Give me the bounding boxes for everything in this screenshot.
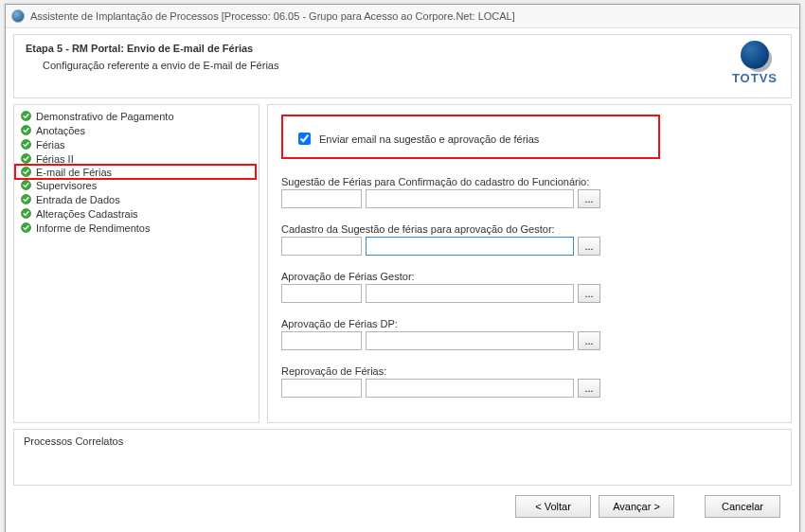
lookup-button[interactable]: ... xyxy=(578,379,600,398)
sidebar-item[interactable]: Férias xyxy=(18,137,255,151)
desc-input[interactable] xyxy=(366,189,574,208)
check-circle-icon xyxy=(20,110,32,122)
logo-text: TOTVS xyxy=(732,71,778,85)
sidebar-item[interactable]: Anotações xyxy=(18,123,255,137)
sidebar-item-label: Demonstrativo de Pagamento xyxy=(36,111,174,122)
field-group: Aprovação de Férias DP:... xyxy=(281,318,778,350)
check-circle-icon xyxy=(20,193,32,205)
back-button[interactable]: < Voltar xyxy=(515,495,591,518)
field-label: Reprovação de Férias: xyxy=(281,365,778,377)
code-input[interactable] xyxy=(281,331,362,350)
check-circle-icon xyxy=(20,222,32,234)
check-circle-icon xyxy=(20,179,32,191)
sidebar-item[interactable]: Alterações Cadastrais xyxy=(18,206,255,221)
field-row: ... xyxy=(281,237,778,256)
step-subtitle: Configuração referente a envio de E-mail… xyxy=(43,60,779,71)
related-processes-title: Processos Correlatos xyxy=(24,435,123,447)
sidebar-item[interactable]: Entrada de Dados xyxy=(18,192,255,206)
field-label: Aprovação de Férias DP: xyxy=(281,318,778,329)
cancel-button[interactable]: Cancelar xyxy=(705,495,780,518)
code-input[interactable] xyxy=(281,379,362,398)
code-input[interactable] xyxy=(281,284,362,303)
code-input[interactable] xyxy=(281,189,362,208)
lookup-button[interactable]: ... xyxy=(578,331,600,350)
sidebar-item[interactable]: Informe de Rendimentos xyxy=(18,221,255,235)
sidebar-item[interactable]: Demonstrativo de Pagamento xyxy=(18,109,255,123)
desc-input[interactable] xyxy=(366,331,574,350)
check-circle-icon xyxy=(20,138,32,151)
check-circle-icon xyxy=(20,152,32,165)
sidebar-item-label: E-mail de Férias xyxy=(36,167,112,178)
field-group: Sugestão de Férias para Confirmação do c… xyxy=(281,176,778,208)
lookup-button[interactable]: ... xyxy=(578,189,600,208)
sidebar-item-label: Supervisores xyxy=(36,180,97,191)
desc-input[interactable] xyxy=(366,284,574,303)
app-icon xyxy=(11,9,25,23)
sidebar-item-label: Anotações xyxy=(36,125,85,136)
send-email-checkbox-label: Enviar email na sugestão e aprovação de … xyxy=(319,133,539,145)
related-processes-panel: Processos Correlatos xyxy=(13,429,792,486)
titlebar: Assistente de Implantação de Processos [… xyxy=(6,5,799,28)
field-label: Sugestão de Férias para Confirmação do c… xyxy=(281,176,778,187)
field-row: ... xyxy=(281,284,778,303)
wizard-footer: < Voltar Avançar > Cancelar xyxy=(13,486,792,527)
content-area: Etapa 5 - RM Portal: Envio de E-mail de … xyxy=(6,28,799,532)
field-row: ... xyxy=(281,379,778,398)
step-header-panel: Etapa 5 - RM Portal: Envio de E-mail de … xyxy=(13,34,792,98)
sidebar-item[interactable]: Supervisores xyxy=(18,178,255,192)
field-row: ... xyxy=(281,331,778,350)
desc-input[interactable] xyxy=(366,237,574,256)
code-input[interactable] xyxy=(281,237,362,256)
field-group: Reprovação de Férias:... xyxy=(281,365,778,398)
sidebar-item-label: Informe de Rendimentos xyxy=(36,222,150,234)
check-circle-icon xyxy=(20,166,32,178)
main-panel: Enviar email na sugestão e aprovação de … xyxy=(267,104,792,423)
sidebar-item-label: Entrada de Dados xyxy=(36,194,120,205)
wizard-window: Assistente de Implantação de Processos [… xyxy=(5,4,800,532)
next-button[interactable]: Avançar > xyxy=(599,495,674,518)
field-label: Cadastro da Sugestão de férias para apro… xyxy=(281,223,778,235)
sidebar-item-label: Férias xyxy=(36,139,65,151)
totvs-logo-icon xyxy=(741,41,769,69)
lookup-button[interactable]: ... xyxy=(578,284,600,303)
lookup-button[interactable]: ... xyxy=(578,237,600,256)
body-row: Demonstrativo de PagamentoAnotaçõesFéria… xyxy=(13,104,792,423)
field-label: Aprovação de Férias Gestor: xyxy=(281,271,778,282)
field-row: ... xyxy=(281,189,778,208)
send-email-checkbox[interactable] xyxy=(298,133,311,145)
sidebar-item-label: Alterações Cadastrais xyxy=(36,208,138,220)
window-title: Assistente de Implantação de Processos [… xyxy=(30,10,515,22)
send-email-highlight-box: Enviar email na sugestão e aprovação de … xyxy=(281,115,660,159)
check-circle-icon xyxy=(20,124,32,136)
desc-input[interactable] xyxy=(366,379,574,398)
logo: TOTVS xyxy=(732,41,778,85)
sidebar-item-label: Férias II xyxy=(36,153,74,165)
check-circle-icon xyxy=(20,207,32,220)
field-group: Aprovação de Férias Gestor:... xyxy=(281,271,778,303)
step-title: Etapa 5 - RM Portal: Envio de E-mail de … xyxy=(26,43,779,54)
sidebar: Demonstrativo de PagamentoAnotaçõesFéria… xyxy=(13,104,259,423)
send-email-checkbox-row[interactable]: Enviar email na sugestão e aprovação de … xyxy=(295,130,643,148)
field-group: Cadastro da Sugestão de férias para apro… xyxy=(281,223,778,256)
